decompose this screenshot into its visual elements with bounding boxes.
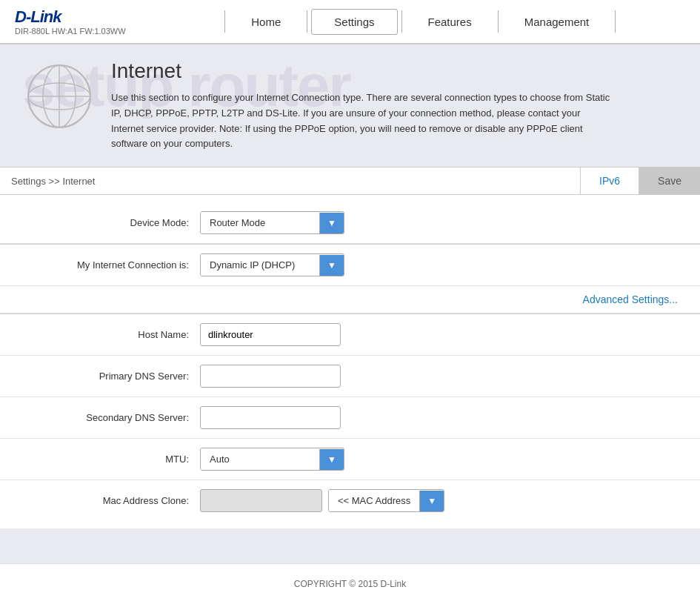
mac-address-btn[interactable]: << MAC Address ▼: [328, 489, 444, 512]
device-mode-select[interactable]: Router Mode ▼: [200, 211, 344, 234]
device-mode-control: Router Mode ▼: [200, 211, 344, 234]
secondary-dns-control: [200, 406, 341, 429]
mac-address-label: Mac Address Clone:: [22, 495, 200, 506]
secondary-dns-label: Secondary DNS Server:: [22, 412, 200, 423]
primary-dns-row: Primary DNS Server:: [0, 356, 700, 397]
mtu-dropdown-arrow[interactable]: ▼: [319, 449, 344, 470]
globe-icon: [22, 59, 96, 133]
device-mode-row: Device Mode: Router Mode ▼: [0, 202, 700, 244]
mac-address-input[interactable]: [200, 489, 322, 512]
nav-divider-3: [401, 10, 402, 33]
nav-divider-5: [615, 10, 616, 33]
hero-section: setup router Internet Use this section t…: [0, 44, 700, 167]
breadcrumb: Settings >> Internet: [0, 168, 580, 194]
nav-home[interactable]: Home: [229, 10, 303, 34]
host-name-control: [200, 323, 341, 346]
mtu-value: Auto: [201, 448, 319, 470]
connection-label: My Internet Connection is:: [22, 259, 200, 271]
advanced-settings-link[interactable]: Advanced Settings...: [583, 293, 678, 305]
nav-divider-1: [224, 10, 225, 33]
device-mode-label: Device Mode:: [22, 217, 200, 228]
mtu-label: MTU:: [22, 454, 200, 465]
nav-divider-4: [498, 10, 499, 33]
nav-features[interactable]: Features: [406, 10, 494, 34]
device-mode-value: Router Mode: [201, 212, 319, 233]
mtu-control: Auto ▼: [200, 448, 344, 471]
mac-address-control: << MAC Address ▼: [200, 489, 444, 512]
primary-dns-control: [200, 365, 341, 388]
page-title: Internet: [111, 59, 615, 83]
host-name-input[interactable]: [200, 323, 341, 346]
mac-btn-label: << MAC Address: [329, 490, 419, 511]
mtu-select[interactable]: Auto ▼: [200, 448, 344, 471]
breadcrumb-bar: Settings >> Internet IPv6 Save: [0, 167, 700, 195]
main-nav: Home Settings Features Management: [156, 9, 685, 35]
nav-management[interactable]: Management: [502, 10, 612, 34]
device-mode-dropdown-arrow[interactable]: ▼: [319, 213, 344, 233]
hero-description: Use this section to configure your Inter…: [111, 90, 615, 152]
primary-dns-label: Primary DNS Server:: [22, 371, 200, 382]
connection-row: My Internet Connection is: Dynamic IP (D…: [0, 245, 700, 286]
mtu-row: MTU: Auto ▼: [0, 439, 700, 480]
nav-divider-2: [307, 10, 307, 33]
connection-control: Dynamic IP (DHCP) ▼: [200, 253, 344, 276]
advanced-settings-row: Advanced Settings...: [0, 286, 700, 314]
page-content: setup router Internet Use this section t…: [0, 44, 700, 563]
form-area: Device Mode: Router Mode ▼ My Internet C…: [0, 195, 700, 528]
connection-dropdown-arrow[interactable]: ▼: [319, 255, 344, 276]
device-info: DIR-880L HW:A1 FW:1.03WW: [15, 27, 126, 36]
host-name-row: Host Name:: [0, 314, 700, 356]
secondary-dns-input[interactable]: [200, 406, 341, 429]
logo-area: D-Link DIR-880L HW:A1 FW:1.03WW: [15, 7, 126, 36]
primary-dns-input[interactable]: [200, 365, 341, 388]
secondary-dns-row: Secondary DNS Server:: [0, 397, 700, 439]
mac-address-row: Mac Address Clone: << MAC Address ▼: [0, 480, 700, 521]
save-button[interactable]: Save: [639, 167, 700, 194]
nav-settings[interactable]: Settings: [311, 9, 397, 35]
connection-select[interactable]: Dynamic IP (DHCP) ▼: [200, 253, 344, 276]
mac-btn-arrow[interactable]: ▼: [419, 491, 444, 511]
header: D-Link DIR-880L HW:A1 FW:1.03WW Home Set…: [0, 0, 700, 44]
hero-text: Internet Use this section to configure y…: [111, 59, 615, 152]
connection-value: Dynamic IP (DHCP): [201, 254, 319, 276]
footer: COPYRIGHT © 2015 D-Link: [0, 563, 700, 604]
host-name-label: Host Name:: [22, 329, 200, 340]
logo: D-Link: [15, 7, 126, 27]
ipv6-button[interactable]: IPv6: [580, 167, 639, 194]
footer-text: COPYRIGHT © 2015 D-Link: [294, 579, 406, 589]
